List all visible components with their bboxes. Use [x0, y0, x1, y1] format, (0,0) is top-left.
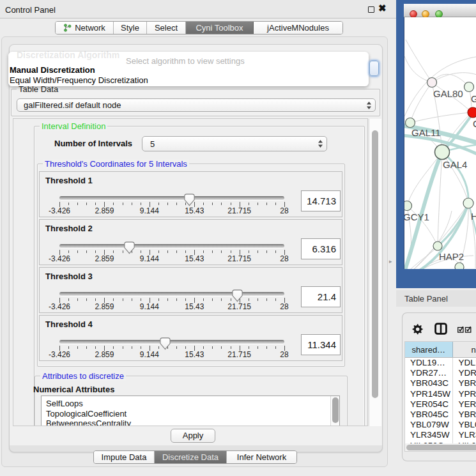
svg-text:GAL80: GAL80 [433, 88, 463, 99]
svg-text:GAL4: GAL4 [443, 159, 467, 170]
svg-text:GA: GA [471, 93, 476, 104]
svg-text:HA: HA [471, 211, 476, 222]
svg-text:CY: CY [473, 118, 476, 129]
svg-text:GAL11: GAL11 [411, 127, 441, 138]
svg-text:GCY1: GCY1 [404, 211, 429, 222]
svg-text:HAP2: HAP2 [439, 251, 464, 262]
